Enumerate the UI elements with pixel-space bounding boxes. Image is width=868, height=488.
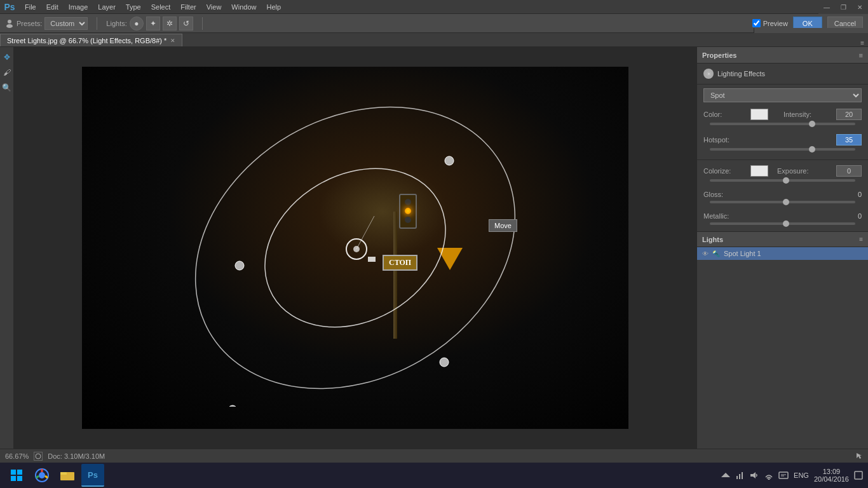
clock-date: 20/04/2016 xyxy=(814,475,849,483)
intensity-slider[interactable] xyxy=(710,123,855,125)
add-light-star-button[interactable]: ✦ xyxy=(146,17,160,30)
preview-label: Preview xyxy=(763,20,788,27)
spot-light-item[interactable]: 👁 🔦 Spot Light 1 xyxy=(697,247,868,260)
left-tools: ✥ 🖌 🔍 xyxy=(0,47,14,449)
colorize-picker-button[interactable] xyxy=(750,165,768,177)
svg-rect-23 xyxy=(736,476,738,479)
gloss-slider-thumb[interactable] xyxy=(783,199,789,205)
light-type-select[interactable]: Spot xyxy=(703,88,862,102)
eye-icon[interactable]: 👁 xyxy=(702,250,709,257)
svg-rect-25 xyxy=(742,472,743,479)
menu-items: File Edit Image Layer Type Select Filter… xyxy=(20,2,285,12)
tab-close-button[interactable]: ✕ xyxy=(170,37,175,44)
menu-file[interactable]: File xyxy=(20,2,41,12)
add-light-burst-button[interactable]: ✲ xyxy=(163,17,177,30)
preset-icon xyxy=(5,19,14,28)
preview-group: Preview xyxy=(752,19,788,27)
network-icon xyxy=(735,471,744,480)
yield-sign xyxy=(437,248,463,270)
metallic-slider[interactable] xyxy=(710,222,855,225)
menu-help[interactable]: Help xyxy=(262,2,285,12)
gloss-slider[interactable] xyxy=(710,201,855,203)
file-explorer-button[interactable] xyxy=(56,464,79,487)
hotspot-slider[interactable] xyxy=(710,148,855,151)
presets-select[interactable]: Custom xyxy=(44,17,88,30)
notification-icon[interactable] xyxy=(854,471,863,480)
canvas-container: СТОП xyxy=(82,67,628,429)
close-button[interactable]: ✕ xyxy=(851,0,868,14)
chevron-up-icon[interactable] xyxy=(721,471,730,480)
arrow-cursor-icon xyxy=(855,452,863,459)
metallic-section: Metallic: 0 xyxy=(697,210,868,231)
canvas-image[interactable]: СТОП xyxy=(82,67,628,429)
lights-collapse-button[interactable]: ≡ xyxy=(859,236,863,243)
svg-rect-29 xyxy=(855,471,862,479)
status-info-button[interactable] xyxy=(34,452,43,461)
preview-checkbox[interactable] xyxy=(752,19,761,27)
hotspot-slider-thumb[interactable] xyxy=(809,146,815,152)
sun-icon: ☀ xyxy=(703,69,714,79)
message-icon xyxy=(778,471,789,480)
properties-title: Properties xyxy=(702,51,736,59)
menu-select[interactable]: Select xyxy=(147,2,175,12)
exposure-slider[interactable] xyxy=(710,179,855,182)
restore-button[interactable]: ❐ xyxy=(835,0,851,14)
intensity-slider-thumb[interactable] xyxy=(809,121,815,127)
svg-point-7 xyxy=(235,261,244,270)
properties-collapse-button[interactable]: ≡ xyxy=(859,51,863,59)
menu-type[interactable]: Type xyxy=(121,2,146,12)
svg-line-10 xyxy=(356,216,374,249)
document-tab[interactable]: Street Lights.jpg @ 66.7% (Light Effects… xyxy=(0,34,182,46)
menu-window[interactable]: Window xyxy=(227,2,261,12)
svg-point-4 xyxy=(346,239,367,259)
hotspot-row: Hotspot: 35 xyxy=(703,134,862,146)
main-layout: ✥ 🖌 🔍 СТОП xyxy=(0,47,868,449)
exposure-input[interactable]: 0 xyxy=(836,165,862,177)
svg-point-9 xyxy=(228,405,237,407)
panel-menu-icon[interactable]: ≡ xyxy=(860,39,864,46)
window-controls: — ❐ ✕ xyxy=(818,0,868,14)
menu-image[interactable]: Image xyxy=(64,2,93,12)
canvas-area: СТОП xyxy=(14,47,696,449)
minimize-button[interactable]: — xyxy=(818,0,835,14)
svg-point-8 xyxy=(440,358,449,367)
chrome-icon xyxy=(35,468,49,482)
reset-light-button[interactable]: ↺ xyxy=(179,17,193,30)
svg-point-19 xyxy=(39,472,45,478)
move-tool[interactable]: ✥ xyxy=(1,51,13,64)
svg-rect-16 xyxy=(11,476,16,481)
exposure-slider-thumb[interactable] xyxy=(783,177,789,184)
lights-label: Lights: xyxy=(106,20,126,27)
add-light-circle-button[interactable]: ● xyxy=(130,17,144,30)
spot-light-label: Spot Light 1 xyxy=(724,250,761,257)
doc-info: Doc: 3.10M/3.10M xyxy=(48,452,105,460)
brush-tool[interactable]: 🖌 xyxy=(1,66,13,79)
metallic-slider-thumb[interactable] xyxy=(783,220,789,227)
svg-point-12 xyxy=(36,454,41,459)
stop-sign: СТОП xyxy=(383,255,417,271)
metallic-label: Metallic: xyxy=(703,212,748,220)
intensity-label: Intensity: xyxy=(783,111,828,118)
cursor-icon[interactable] xyxy=(855,452,863,461)
light-orange xyxy=(405,208,411,214)
color-picker-button[interactable] xyxy=(750,109,768,120)
system-clock: 13:09 20/04/2016 xyxy=(814,468,849,483)
hotspot-input[interactable]: 35 xyxy=(836,134,862,146)
start-button[interactable] xyxy=(5,464,28,487)
prop-divider-1 xyxy=(697,159,868,160)
photoshop-taskbar-button[interactable]: Ps xyxy=(81,464,104,487)
svg-point-2 xyxy=(171,89,539,407)
svg-rect-17 xyxy=(17,476,22,481)
menu-view[interactable]: View xyxy=(202,2,226,12)
menu-filter[interactable]: Filter xyxy=(176,2,200,12)
lights-group: Lights: ● ✦ ✲ ↺ xyxy=(106,17,193,30)
svg-rect-15 xyxy=(17,470,22,475)
chrome-button[interactable] xyxy=(31,464,53,487)
intensity-input[interactable]: 20 xyxy=(836,109,862,120)
zoom-tool[interactable]: 🔍 xyxy=(1,81,13,94)
colorize-row: Colorize: Exposure: 0 xyxy=(703,165,862,177)
menu-edit[interactable]: Edit xyxy=(42,2,63,12)
svg-rect-28 xyxy=(779,472,788,478)
menu-layer[interactable]: Layer xyxy=(93,2,120,12)
info-icon xyxy=(35,453,41,459)
